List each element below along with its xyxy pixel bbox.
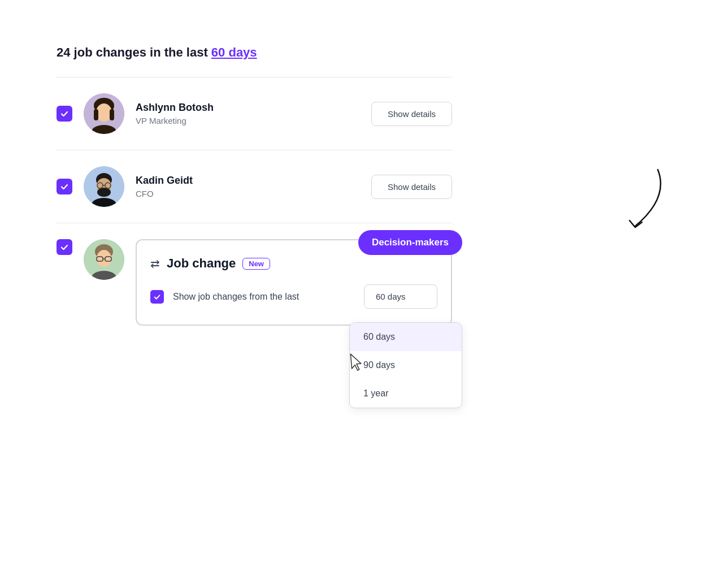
curved-arrow-annotation [601, 164, 669, 232]
show-details-button-ashlynn[interactable]: Show details [371, 102, 452, 126]
avatar-img-ashlynn [84, 93, 124, 134]
check-icon-third [60, 243, 69, 252]
check-icon-kadin [60, 182, 69, 191]
person-title-ashlynn: VP Marketing [136, 116, 360, 126]
header-text: 24 job changes in the last 60 days [57, 45, 452, 60]
card-title: Job change [167, 256, 236, 271]
person-info-kadin: Kadin Geidt CFO [136, 175, 360, 198]
job-changes-prefix: 24 job changes in the last [57, 45, 211, 59]
checkbox-ashlynn[interactable] [57, 106, 72, 122]
svg-rect-3 [94, 109, 98, 120]
main-container: 24 job changes in the last 60 days [0, 0, 509, 387]
svg-point-16 [97, 250, 111, 267]
check-icon-ashlynn [60, 109, 69, 118]
avatar-kadin [84, 166, 124, 207]
person-info-ashlynn: Ashlynn Botosh VP Marketing [136, 102, 360, 126]
person-name-ashlynn: Ashlynn Botosh [136, 102, 360, 114]
checkbox-kadin[interactable] [57, 179, 72, 194]
card-check-icon [153, 293, 161, 301]
details-card: Decision-makers ⇄ Job change New Show jo… [136, 239, 452, 326]
card-header: ⇄ Job change New [150, 256, 437, 271]
avatar-img-kadin [84, 166, 124, 207]
new-badge: New [242, 258, 270, 270]
swap-icon: ⇄ [150, 257, 160, 270]
avatar-third [84, 239, 124, 280]
avatar-ashlynn [84, 93, 124, 134]
days-select[interactable]: 60 days [364, 284, 437, 309]
show-details-button-kadin[interactable]: Show details [371, 175, 452, 199]
dropdown-item-60[interactable]: 60 days [350, 323, 462, 351]
svg-point-9 [97, 188, 111, 197]
avatar-svg-third [84, 239, 124, 280]
svg-rect-4 [110, 109, 114, 120]
person-name-kadin: Kadin Geidt [136, 175, 360, 187]
svg-point-2 [96, 103, 112, 122]
checkbox-third[interactable] [57, 239, 72, 255]
person-title-kadin: CFO [136, 189, 360, 198]
card-label: Show job changes from the last [173, 292, 355, 302]
avatar-img-third [84, 239, 124, 280]
person-row-ashlynn: Ashlynn Botosh VP Marketing Show details [57, 77, 452, 150]
card-body: Show job changes from the last 60 days [150, 284, 437, 309]
avatar-svg-ashlynn [84, 93, 124, 134]
person-row-third: Decision-makers ⇄ Job change New Show jo… [57, 223, 452, 341]
person-row-kadin: Kadin Geidt CFO Show details [57, 150, 452, 223]
avatar-svg-kadin [84, 166, 124, 207]
days-link[interactable]: 60 days [211, 45, 257, 59]
dropdown-item-1year[interactable]: 1 year [350, 379, 462, 408]
cursor-icon [348, 352, 368, 378]
decision-makers-badge: Decision-makers [358, 230, 462, 255]
card-checkbox[interactable] [150, 290, 164, 304]
